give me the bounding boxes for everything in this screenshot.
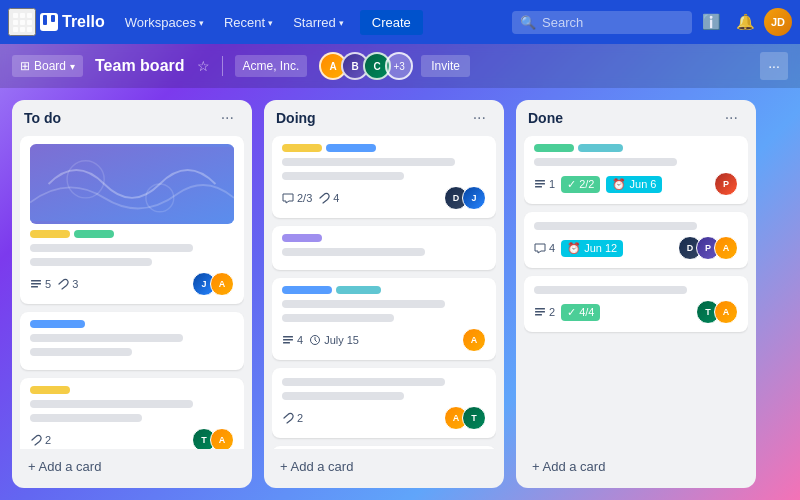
card-title-line (534, 158, 677, 166)
card[interactable]: 5 3 J A (20, 136, 244, 304)
badge-list: 4 (282, 334, 303, 346)
chevron-down-icon: ▾ (70, 61, 75, 72)
avatar: A (714, 236, 738, 260)
attachment-icon (30, 434, 42, 446)
starred-nav-button[interactable]: Starred ▾ (285, 11, 352, 34)
card[interactable]: 1 ✓ 2/2 ⏰ Jun 6 P (524, 136, 748, 204)
clock-icon (309, 334, 321, 346)
badge-attachment: 4 (318, 192, 339, 204)
badge-checklist: ✓ 4/4 (561, 304, 600, 321)
add-card-button[interactable]: + Add a card (20, 453, 244, 480)
card-title-line (282, 378, 445, 386)
add-card-button[interactable]: + Add a card (272, 453, 496, 480)
invite-button[interactable]: Invite (421, 55, 470, 77)
list-todo: To do ··· (12, 100, 252, 488)
svg-rect-16 (535, 308, 545, 310)
cards-container: 1 ✓ 2/2 ⏰ Jun 6 P (524, 136, 748, 449)
create-button[interactable]: Create (360, 10, 423, 35)
svg-rect-5 (31, 286, 38, 288)
card-title-line (282, 392, 404, 400)
grid-menu-button[interactable] (8, 8, 36, 36)
trello-logo[interactable]: Trello (40, 13, 105, 31)
card-title-line (282, 172, 404, 180)
avatar: A (714, 300, 738, 324)
card-meta: 2 T A (30, 428, 234, 449)
card[interactable]: 2/3 4 D J (272, 136, 496, 218)
card-avatars: A (462, 328, 486, 352)
notifications-button[interactable]: 🔔 (730, 7, 760, 37)
svg-rect-4 (31, 283, 41, 285)
badge-list: 5 (30, 278, 51, 290)
avatar: A (210, 272, 234, 296)
label-blue (326, 144, 376, 152)
workspaces-nav-button[interactable]: Workspaces ▾ (117, 11, 212, 34)
svg-rect-3 (31, 280, 41, 282)
card[interactable]: 2 A T (272, 368, 496, 438)
avatar-count[interactable]: +3 (385, 52, 413, 80)
badge-attachment: 3 (57, 278, 78, 290)
board-view-button[interactable]: ⊞ Board ▾ (12, 55, 83, 77)
attachment-icon (57, 278, 69, 290)
list-doing: Doing ··· 2/3 (264, 100, 504, 488)
label-blue (30, 320, 85, 328)
avatar: J (462, 186, 486, 210)
card-title-line (534, 222, 697, 230)
svg-rect-6 (283, 336, 293, 338)
info-button[interactable]: ℹ️ (696, 7, 726, 37)
badge-date: ⏰ Jun 12 (561, 240, 623, 257)
card-avatars: D J (444, 186, 486, 210)
list-icon (534, 306, 546, 318)
card[interactable]: 2 T A (20, 378, 244, 449)
message-icon (534, 242, 546, 254)
card[interactable]: 4 ⏰ Jun 12 D P A (524, 212, 748, 268)
list-title: To do (24, 110, 61, 126)
label-cyan (336, 286, 381, 294)
info-icon: ℹ️ (702, 13, 721, 31)
svg-rect-0 (30, 147, 234, 221)
card-title-line (30, 400, 193, 408)
card[interactable] (272, 446, 496, 449)
card-badges: 4 July 15 (282, 334, 359, 346)
card-title-line (282, 314, 394, 322)
card[interactable]: 2 ✓ 4/4 T A (524, 276, 748, 332)
svg-rect-8 (283, 342, 290, 344)
search-box[interactable]: 🔍 (512, 11, 692, 34)
svg-rect-17 (535, 311, 545, 313)
workspace-button[interactable]: Acme, Inc. (235, 55, 308, 77)
list-done: Done ··· 1 ✓ 2/2 ⏰ Ju (516, 100, 756, 488)
chevron-down-icon: ▾ (199, 18, 204, 28)
list-menu-button[interactable]: ··· (719, 108, 744, 128)
search-input[interactable] (542, 15, 662, 30)
badge-list: 2 (534, 306, 555, 318)
card-title-line (282, 248, 425, 256)
card-title-line (282, 300, 445, 308)
svg-rect-7 (283, 339, 293, 341)
card-title-line (534, 286, 687, 294)
card[interactable] (272, 226, 496, 270)
list-menu-button[interactable]: ··· (215, 108, 240, 128)
cards-container: 2/3 4 D J (272, 136, 496, 449)
recent-nav-button[interactable]: Recent ▾ (216, 11, 281, 34)
list-menu-button[interactable]: ··· (467, 108, 492, 128)
star-button[interactable]: ☆ (197, 58, 210, 74)
card-title-line (30, 414, 142, 422)
avatar: T (462, 406, 486, 430)
card[interactable] (20, 312, 244, 370)
card-avatars: T A (696, 300, 738, 324)
svg-rect-13 (535, 180, 545, 182)
add-card-button[interactable]: + Add a card (524, 453, 748, 480)
label-green (534, 144, 574, 152)
card-badges: 2/3 4 (282, 192, 339, 204)
list-header: Done ··· (524, 108, 748, 128)
badge-date: July 15 (309, 334, 359, 346)
card-cover (30, 144, 234, 224)
list-title: Doing (276, 110, 316, 126)
card-badges: 5 3 (30, 278, 78, 290)
more-options-button[interactable]: ··· (760, 52, 788, 80)
attachment-icon (318, 192, 330, 204)
card[interactable]: 4 July 15 A (272, 278, 496, 360)
card-meta: 4 July 15 A (282, 328, 486, 352)
board-content: To do ··· (0, 88, 800, 500)
card-title-line (30, 348, 132, 356)
user-avatar[interactable]: JD (764, 8, 792, 36)
